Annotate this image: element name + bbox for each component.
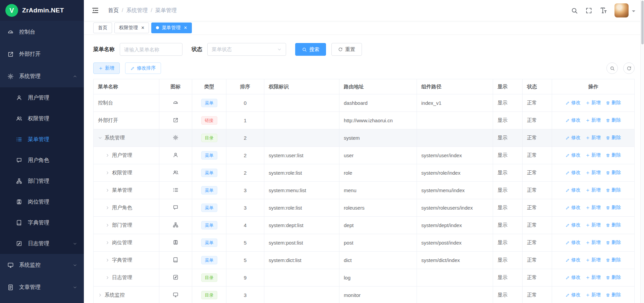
avatar[interactable] [614,3,629,17]
edit-link[interactable]: 修改 [566,274,581,280]
edit-link[interactable]: 修改 [566,257,581,263]
search-button[interactable]: 搜索 [295,43,326,56]
tree-node[interactable]: 岗位管理 [98,240,155,246]
edit-link[interactable]: 修改 [566,117,581,123]
sidebar-item-menu[interactable]: 菜单管理 [0,129,84,150]
edit-link[interactable]: 修改 [566,292,581,298]
sidebar-item-external[interactable]: 外部打开 [0,43,84,65]
delete-link[interactable]: 删除 [606,205,621,211]
table-refresh-button[interactable] [623,62,635,74]
breadcrumb-item[interactable]: 菜单管理 [155,7,177,14]
sidebar-item-system[interactable]: 系统管理 [0,65,84,87]
fullscreen-icon[interactable] [585,7,592,14]
edit-link[interactable]: 修改 [566,205,581,211]
add-link[interactable]: 新增 [586,222,601,228]
edit-link[interactable]: 修改 [566,135,581,141]
sidebar-item-article[interactable]: 文章管理 [0,276,84,298]
column-header[interactable]: 菜单名称 [94,79,159,94]
menu-name-input[interactable] [120,43,182,56]
sidebar-item-monitor[interactable]: 系统监控 [0,254,84,276]
tab-首页[interactable]: 首页 [93,23,112,33]
table-row: 日志管理 目录 9 log 显示 正常 修改 新增 删除 [94,269,635,287]
tab-菜单管理[interactable]: 菜单管理 × [151,23,192,33]
main-area: 首页/ 系统管理/ 菜单管理 首页 权限管理 × 菜单管理 × 菜单名称 [84,0,644,303]
close-tab-icon[interactable]: × [184,25,187,31]
vertical-scrollbar[interactable] [640,0,644,303]
add-link[interactable]: 新增 [586,135,601,141]
tree-node[interactable]: 菜单管理 [98,187,155,193]
tree-node[interactable]: 系统监控 [98,292,155,298]
sidebar-item-log[interactable]: 日志管理 [0,233,84,254]
add-link[interactable]: 新增 [586,100,601,106]
delete-link[interactable]: 删除 [606,292,621,298]
sidebar-item-user[interactable]: 用户管理 [0,87,84,108]
status-select[interactable]: 菜单状态 [207,43,286,56]
delete-link[interactable]: 删除 [606,257,621,263]
delete-link[interactable]: 删除 [606,152,621,158]
add-link[interactable]: 新增 [586,274,601,280]
add-link[interactable]: 新增 [586,205,601,211]
edit-link[interactable]: 修改 [566,187,581,193]
font-size-icon[interactable] [600,7,607,14]
sidebar-item-dict[interactable]: 字典管理 [0,212,84,233]
tree-node[interactable]: 用户角色 [98,205,155,211]
logo[interactable]: V ZrAdmin.NET [0,0,84,21]
search-icon[interactable] [571,7,578,14]
breadcrumb-item[interactable]: 系统管理 [126,7,148,14]
edit-link[interactable]: 修改 [566,152,581,158]
close-tab-icon[interactable]: × [141,25,144,31]
route-value: dict [339,252,417,269]
sidebar-item-role[interactable]: 权限管理 [0,108,84,129]
column-header[interactable]: 组件路径 [417,79,493,94]
tree-node[interactable]: 系统管理 [98,135,155,141]
add-link[interactable]: 新增 [586,152,601,158]
delete-link[interactable]: 删除 [606,135,621,141]
edit-link[interactable]: 修改 [566,170,581,176]
sidebar-item-post[interactable]: 岗位管理 [0,191,84,212]
add-button[interactable]: 新增 [93,62,120,74]
tree-node[interactable]: 用户管理 [98,152,155,159]
delete-link[interactable]: 删除 [606,100,621,106]
add-link[interactable]: 新增 [586,240,601,246]
tab-权限管理[interactable]: 权限管理 × [114,23,149,33]
delete-link[interactable]: 删除 [606,117,621,123]
sidebar-item-dept[interactable]: 部门管理 [0,171,84,191]
user-menu-caret-icon[interactable] [632,10,635,14]
component-value: system/dict/index [417,252,493,269]
delete-link[interactable]: 删除 [606,170,621,176]
column-header[interactable]: 操作 [552,79,635,94]
column-header[interactable]: 类型 [192,79,226,94]
collapse-sidebar-icon[interactable] [91,6,99,14]
delete-link[interactable]: 删除 [606,274,621,280]
column-header[interactable]: 路由地址 [339,79,417,94]
reset-button[interactable]: 重置 [331,43,362,56]
delete-link[interactable]: 删除 [606,222,621,228]
tree-node[interactable]: 日志管理 [98,274,155,281]
add-link[interactable]: 新增 [586,292,601,298]
tree-node[interactable]: 部门管理 [98,222,155,228]
add-link[interactable]: 新增 [586,170,601,176]
edit-sort-button[interactable]: 修改排序 [125,62,161,74]
column-header[interactable]: 状态 [523,79,552,94]
add-link[interactable]: 新增 [586,257,601,263]
breadcrumb-item[interactable]: 首页 [108,7,119,14]
tree-node[interactable]: 权限管理 [98,170,155,176]
sidebar-item-dashboard[interactable]: 控制台 [0,21,84,43]
edit-link[interactable]: 修改 [566,240,581,246]
edit-link[interactable]: 修改 [566,100,581,106]
sidebar-item-roleusers[interactable]: 用户角色 [0,150,84,171]
delete-link[interactable]: 删除 [606,187,621,193]
add-link[interactable]: 新增 [586,117,601,123]
column-header[interactable]: 排序 [226,79,264,94]
scrollbar-thumb[interactable] [641,1,644,44]
column-header[interactable]: 权限标识 [264,79,339,94]
edit-link[interactable]: 修改 [566,222,581,228]
column-header[interactable]: 显示 [493,79,523,94]
add-link[interactable]: 新增 [586,187,601,193]
tree-node[interactable]: 字典管理 [98,257,155,263]
delete-link[interactable]: 删除 [606,240,621,246]
component-value [417,287,493,303]
column-header[interactable]: 图标 [159,79,192,94]
table-search-button[interactable] [606,62,618,74]
menu-name: 日志管理 [112,274,132,281]
